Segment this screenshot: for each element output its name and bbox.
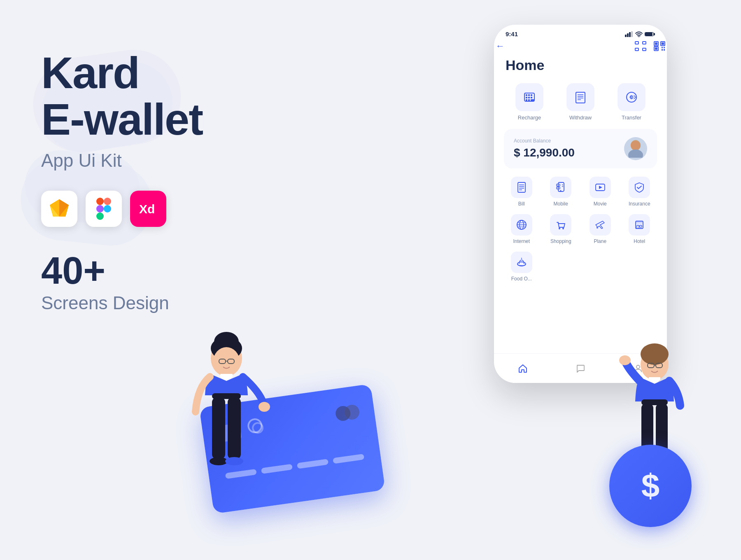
screens-count: 40+ (41, 252, 296, 289)
figure-left (173, 329, 280, 535)
svg-rect-6 (96, 198, 104, 205)
scan-icon[interactable] (635, 41, 646, 51)
wifi-icon (635, 31, 643, 37)
svg-rect-68 (528, 97, 530, 98)
recharge-icon (523, 91, 536, 104)
plane-label: Plane (594, 238, 606, 244)
svg-rect-59 (662, 47, 663, 48)
service-plane[interactable]: Plane (583, 214, 618, 244)
balance-card: Account Balance $ 12,990.00 (504, 129, 657, 168)
nav-home-icon (518, 364, 528, 373)
service-food[interactable]: Food O... (504, 252, 539, 282)
signal-icon (625, 31, 633, 37)
action-recharge[interactable]: Recharge (515, 83, 543, 121)
figma-icon-box (86, 191, 122, 227)
transfer-icon-box: $ (618, 83, 645, 111)
service-bill[interactable]: Bill (504, 177, 539, 207)
mobile-label: Mobile (554, 201, 568, 207)
action-withdraw[interactable]: Withdraw (566, 83, 594, 121)
svg-point-82 (628, 149, 643, 158)
insurance-icon (634, 182, 645, 193)
services-grid: Bill Mobile (504, 177, 657, 282)
insurance-icon-box (629, 177, 650, 198)
svg-rect-56 (655, 42, 657, 45)
svg-point-33 (619, 355, 631, 365)
action-transfer[interactable]: $ Transfer (618, 83, 645, 121)
bill-label: Bill (518, 201, 525, 207)
svg-rect-66 (531, 94, 532, 96)
left-panel: Kard E-wallet App Ui Kit (41, 49, 296, 313)
withdraw-icon (574, 91, 587, 104)
svg-marker-96 (599, 186, 602, 189)
svg-rect-65 (528, 94, 530, 96)
movie-icon (594, 182, 606, 193)
service-insurance[interactable]: Insurance (622, 177, 657, 207)
bill-icon (516, 182, 527, 193)
service-shopping[interactable]: Shopping (543, 214, 579, 244)
svg-rect-40 (625, 35, 627, 37)
svg-rect-60 (664, 47, 665, 48)
svg-rect-23 (228, 397, 241, 459)
woman-figure (173, 329, 280, 535)
svg-rect-26 (230, 459, 242, 464)
balance-amount: $ 12,990.00 (514, 146, 575, 159)
quick-actions: Recharge Withdraw (504, 83, 657, 121)
service-mobile[interactable]: Mobile (543, 177, 579, 207)
svg-rect-64 (526, 94, 527, 96)
user-avatar (624, 137, 647, 160)
svg-rect-58 (655, 47, 657, 50)
app-subtitle: App Ui Kit (41, 150, 296, 171)
home-title: Home (504, 57, 657, 73)
svg-text:$: $ (630, 96, 632, 100)
withdraw-label: Withdraw (569, 114, 592, 121)
svg-rect-71 (528, 99, 530, 101)
svg-rect-107 (640, 225, 642, 227)
battery-icon (645, 31, 655, 37)
food-icon (516, 257, 527, 268)
avatar-image (627, 140, 644, 158)
svg-rect-52 (643, 48, 646, 51)
nav-home[interactable] (518, 364, 528, 373)
shopping-icon-box (550, 214, 571, 236)
back-arrow-icon[interactable]: ← (496, 41, 505, 51)
svg-rect-73 (576, 92, 585, 103)
svg-rect-57 (662, 42, 664, 45)
sketch-icon-box (41, 191, 77, 227)
svg-rect-62 (664, 49, 665, 51)
svg-rect-67 (526, 97, 527, 98)
shopping-icon (555, 219, 566, 231)
balance-info: Account Balance $ 12,990.00 (514, 138, 575, 159)
service-movie[interactable]: Movie (583, 177, 618, 207)
nav-chat-icon (576, 364, 585, 373)
svg-rect-51 (635, 48, 638, 51)
dollar-coin: $ (609, 445, 692, 527)
screens-label: Screens Design (41, 293, 296, 313)
recharge-label: Recharge (518, 114, 541, 121)
svg-rect-105 (636, 221, 643, 224)
service-hotel[interactable]: Hotel (622, 214, 657, 244)
nav-right-icons (635, 41, 665, 51)
svg-rect-22 (212, 397, 225, 459)
svg-point-20 (259, 402, 270, 412)
phone-frame: 9:41 (494, 25, 667, 383)
nav-chat[interactable] (576, 364, 585, 373)
card-number-group-4 (333, 454, 364, 464)
xd-icon: Xd (137, 201, 159, 217)
internet-label: Internet (513, 238, 530, 244)
figma-icon (96, 198, 111, 220)
service-internet[interactable]: Internet (504, 214, 539, 244)
phone-mockup: 9:41 (494, 25, 667, 383)
home-section: Home (494, 57, 667, 282)
svg-rect-46 (654, 33, 655, 35)
xd-icon-box: Xd (130, 191, 166, 227)
qr-icon[interactable] (654, 41, 665, 51)
hotel-label: Hotel (634, 238, 645, 244)
svg-rect-41 (627, 33, 629, 37)
tool-icons-row: Xd (41, 191, 296, 227)
hotel-icon-box (629, 214, 650, 236)
food-icon-box (511, 252, 532, 273)
brand-line1: Kard (41, 49, 296, 96)
plane-icon (594, 219, 606, 231)
status-time: 9:41 (506, 30, 518, 37)
svg-rect-61 (662, 49, 663, 51)
